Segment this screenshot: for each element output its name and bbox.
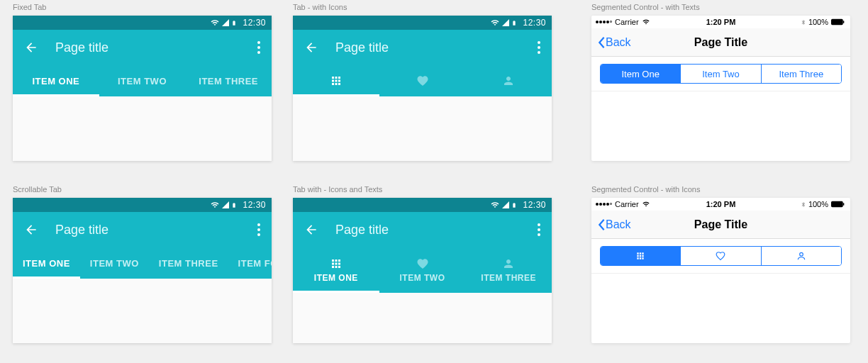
svg-point-6 — [538, 41, 540, 44]
tab-item-three[interactable]: ITEM THREE — [185, 65, 272, 96]
bluetooth-icon — [801, 201, 806, 208]
battery-icon — [511, 201, 517, 210]
svg-point-7 — [538, 46, 540, 49]
carrier-label: Carrier — [615, 18, 639, 26]
android-status-bar: 12:30 — [13, 198, 272, 212]
seg-item-three[interactable]: Item Three — [762, 65, 841, 83]
back-label: Back — [606, 218, 631, 231]
signal-dots-icon — [596, 203, 612, 206]
svg-point-8 — [538, 51, 540, 54]
android-status-bar: 12:30 — [293, 16, 552, 30]
tab-label: ITEM ONE — [314, 273, 358, 283]
more-vert-icon[interactable] — [257, 223, 260, 236]
battery-icon — [231, 18, 237, 28]
battery-percent: 100% — [808, 200, 828, 208]
seg-item-heart[interactable] — [681, 247, 761, 265]
more-vert-icon[interactable] — [257, 41, 260, 54]
tab-heart[interactable]: ITEM TWO — [379, 247, 466, 293]
tab-grid[interactable] — [293, 65, 379, 96]
ios-nav-bar: Back Page Title — [591, 211, 850, 239]
tab-item-one[interactable]: ITEM ONE — [13, 65, 99, 96]
tab-person[interactable] — [465, 65, 552, 96]
example-label: Segmented Control - with Texts — [591, 3, 850, 11]
tab-bar-icons-text: ITEM ONE ITEM TWO ITEM THREE — [293, 247, 552, 293]
page-title: Page title — [335, 223, 538, 238]
svg-point-4 — [257, 228, 260, 231]
more-vert-icon[interactable] — [538, 223, 540, 236]
app-bar: Page title — [293, 212, 552, 247]
svg-rect-12 — [831, 19, 843, 25]
page-title: Page title — [55, 223, 257, 238]
status-time: 12:30 — [523, 18, 546, 28]
page-title: Page Title — [654, 36, 788, 49]
status-time: 1:20 PM — [679, 18, 763, 26]
back-arrow-icon[interactable] — [304, 223, 318, 237]
grid-icon — [635, 251, 645, 261]
more-vert-icon[interactable] — [538, 41, 540, 54]
android-status-bar: 12:30 — [293, 198, 552, 212]
svg-point-0 — [257, 41, 260, 44]
svg-point-9 — [538, 223, 540, 226]
tab-bar-icons — [293, 65, 552, 96]
tab-item-one[interactable]: ITEM ONE — [13, 247, 80, 279]
ios-status-bar: Carrier 1:20 PM 100% — [591, 16, 850, 28]
tab-item-three[interactable]: ITEM THREE — [149, 247, 228, 279]
tab-item-two[interactable]: ITEM TWO — [99, 65, 186, 96]
android-frame-tab-icons: 12:30 Page title — [293, 16, 552, 161]
back-button[interactable]: Back — [597, 218, 654, 231]
back-button[interactable]: Back — [597, 36, 654, 49]
svg-rect-14 — [831, 201, 843, 207]
ios-nav-bar: Back Page Title — [591, 28, 850, 57]
battery-icon — [511, 18, 517, 28]
svg-point-11 — [538, 233, 540, 236]
heart-icon — [416, 74, 429, 87]
example-label: Tab - with Icons — [293, 3, 552, 11]
battery-icon — [830, 201, 846, 208]
chevron-left-icon — [597, 36, 606, 49]
bluetooth-icon — [801, 18, 806, 26]
status-time: 12:30 — [243, 200, 266, 210]
back-arrow-icon[interactable] — [304, 40, 318, 55]
tab-bar-scrollable[interactable]: ITEM ONE ITEM TWO ITEM THREE ITEM FOUR — [13, 247, 272, 279]
back-arrow-icon[interactable] — [24, 223, 38, 237]
person-icon — [502, 74, 515, 87]
seg-item-person[interactable] — [762, 247, 841, 265]
svg-point-10 — [538, 228, 540, 231]
segmented-wrap: Item One Item Two Item Three — [591, 57, 850, 91]
android-status-bar: 12:30 — [13, 16, 272, 30]
person-icon — [796, 251, 806, 261]
grid-icon — [330, 74, 343, 87]
tab-heart[interactable] — [379, 65, 466, 96]
segmented-control — [600, 246, 842, 266]
tab-item-two[interactable]: ITEM TWO — [80, 247, 149, 279]
segmented-wrap — [591, 239, 850, 274]
seg-item-grid[interactable] — [601, 247, 681, 265]
heart-icon — [715, 251, 726, 261]
tab-item-four[interactable]: ITEM FOUR — [228, 247, 272, 279]
android-frame-scrollable-tab: 12:30 Page title ITEM ONE ITEM TWO ITEM … — [13, 198, 272, 343]
signal-icon — [221, 18, 230, 27]
chevron-left-icon — [597, 218, 606, 231]
svg-point-1 — [257, 46, 260, 49]
battery-icon — [231, 201, 237, 210]
svg-point-3 — [257, 223, 260, 226]
ios-status-bar: Carrier 1:20 PM 100% — [591, 198, 850, 211]
svg-rect-15 — [843, 203, 845, 205]
app-bar: Page title — [293, 30, 552, 65]
example-label: Scrollable Tab — [13, 185, 272, 194]
seg-item-one[interactable]: Item One — [601, 65, 681, 83]
person-icon — [502, 257, 515, 270]
signal-icon — [221, 201, 230, 209]
ios-frame-seg-icons: Carrier 1:20 PM 100% Back Page Title — [591, 198, 850, 343]
tab-bar: ITEM ONE ITEM TWO ITEM THREE — [13, 65, 272, 96]
status-time: 12:30 — [243, 18, 266, 28]
seg-item-two[interactable]: Item Two — [681, 65, 761, 83]
back-arrow-icon[interactable] — [24, 40, 38, 55]
tab-grid[interactable]: ITEM ONE — [293, 247, 379, 293]
tab-person[interactable]: ITEM THREE — [465, 247, 552, 293]
app-bar: Page title — [13, 212, 272, 247]
ios-frame-seg-text: Carrier 1:20 PM 100% Back Page Title Ite… — [591, 16, 850, 161]
app-bar: Page title — [13, 30, 272, 65]
svg-point-5 — [257, 233, 260, 236]
example-label: Segmented Control - with Icons — [591, 185, 850, 194]
